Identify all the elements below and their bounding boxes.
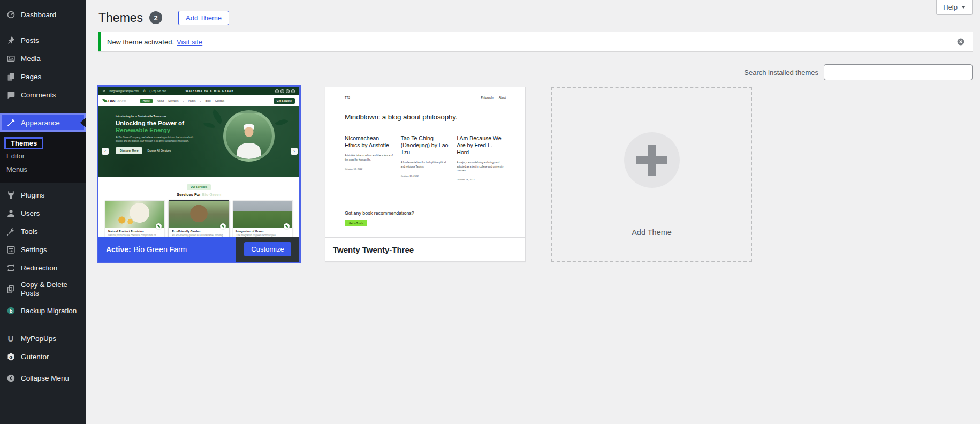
theme-preview-twenty-twenty-three[interactable]: TT3 Philosophy About Mindblown: a blog a…	[325, 87, 525, 237]
leaf-logo-icon	[102, 98, 108, 103]
search-themes-input[interactable]	[824, 64, 973, 80]
theme-card-bio-green-farm: ✉ biogreen@example.com ✆ (123) 226 366 W…	[98, 87, 299, 262]
chevron-down-icon	[961, 6, 966, 9]
sidebar-item-gutentor[interactable]: G Gutentor	[0, 347, 86, 366]
sidebar-item-label: Media	[21, 55, 41, 63]
sidebar-item-label: Comments	[21, 91, 56, 99]
dashboard-icon	[5, 9, 16, 20]
tt3-nav: Philosophy About	[481, 96, 506, 99]
collapse-arrow-icon	[5, 373, 16, 383]
add-theme-button[interactable]: Add Theme	[178, 11, 229, 25]
sidebar-item-users[interactable]: Users	[0, 204, 86, 222]
page-header: Themes 2 Add Theme	[98, 9, 973, 27]
service-image-green-field	[233, 201, 292, 228]
email-icon: ✉	[103, 89, 105, 93]
sidebar-item-backup-migration[interactable]: b Backup Migration	[0, 301, 86, 320]
mini-service-card: Integration of Green... The integration …	[233, 200, 293, 237]
tt3-post: I Am Because We Are by Fred L. Hord A ma…	[457, 135, 506, 181]
circle-close-icon	[956, 37, 965, 46]
wrench-icon	[5, 226, 16, 237]
main-content: Help Themes 2 Add Theme New theme activa…	[86, 0, 980, 424]
tt3-post: Tao Te Ching (Daodejing) by Lao Tzu A fu…	[401, 135, 450, 181]
sidebar-item-mypopups[interactable]: U MyPopUps	[0, 329, 86, 347]
sidebar-item-label: Copy & Delete Posts	[21, 281, 81, 298]
sliders-icon	[5, 244, 16, 255]
phone-icon: ✆	[143, 89, 146, 93]
dismiss-notice-button[interactable]	[955, 36, 966, 47]
mini-phone: (123) 226 366	[150, 89, 166, 93]
sidebar-item-redirection[interactable]: Redirection	[0, 259, 86, 277]
page-title: Themes	[98, 11, 143, 25]
sidebar-item-tools[interactable]: Tools	[0, 222, 86, 240]
plus-icon	[624, 132, 680, 188]
active-status-label: Active:	[106, 245, 131, 254]
visit-site-link[interactable]: Visit site	[177, 38, 202, 46]
media-icon	[5, 53, 16, 64]
mini-email: biogreen@example.com	[110, 89, 139, 93]
pushpin-icon	[5, 35, 16, 46]
help-dropdown[interactable]: Help	[936, 0, 973, 15]
tt3-heading: Mindblown: a blog about philosophy.	[345, 113, 506, 121]
sidebar-item-label: Posts	[21, 36, 39, 44]
tt3-logo: TT3	[345, 96, 350, 99]
sidebar-item-copy-delete-posts[interactable]: Copy & Delete Posts	[0, 277, 86, 301]
customize-button[interactable]: Customize	[244, 242, 291, 256]
search-label: Search installed themes	[744, 69, 818, 77]
collapse-menu-button[interactable]: Collapse Menu	[0, 369, 86, 387]
chevron-down-icon: ▾	[183, 100, 184, 102]
mini-hero-photo	[223, 110, 275, 162]
sidebar-item-label: Pages	[21, 73, 41, 81]
social-icons	[275, 89, 295, 93]
theme-search-row: Search installed themes	[98, 64, 973, 80]
svg-text:b: b	[9, 308, 12, 314]
sidebar-item-settings[interactable]: Settings	[0, 240, 86, 259]
sidebar-item-comments[interactable]: Comments	[0, 86, 86, 104]
sidebar-item-plugins[interactable]: Plugins	[0, 186, 86, 204]
theme-name: Twenty Twenty-Three	[333, 245, 414, 254]
sidebar-item-label: Plugins	[21, 191, 44, 199]
mini-service-card: Eco-Friendly Garden An eco-friendly gard…	[169, 200, 229, 237]
sidebar-item-label: Users	[21, 209, 40, 217]
tt3-posts: Nicomachean Ethics by Aristotle Aristotl…	[345, 135, 506, 181]
help-label: Help	[943, 3, 958, 11]
divider	[429, 208, 506, 208]
svg-text:G: G	[9, 355, 12, 360]
admin-sidebar: Dashboard Posts Media Pages Comments App…	[0, 0, 86, 424]
mini-menu: Home About Services▾ Pages▾ Blog Contact	[140, 99, 224, 103]
leaf-badge-icon	[220, 223, 226, 229]
user-icon	[5, 208, 16, 218]
sidebar-item-dashboard[interactable]: Dashboard	[0, 5, 86, 24]
mini-cta-button: Get a Quote	[274, 98, 295, 104]
backup-migration-icon: b	[5, 305, 16, 316]
add-theme-card[interactable]: Add Theme	[551, 87, 752, 262]
mini-service-card: Natural Product Provision Natural produc…	[105, 200, 165, 237]
sidebar-item-pages[interactable]: Pages	[0, 67, 86, 86]
appearance-submenu: Themes Editor Menus	[0, 132, 86, 183]
sidebar-item-label: Redirection	[21, 264, 57, 272]
sidebar-item-label: Dashboard	[21, 11, 56, 19]
mini-services-section: Our Services Services For Bio Green Natu…	[98, 177, 299, 237]
sidebar-item-media[interactable]: Media	[0, 49, 86, 67]
sidebar-item-menus[interactable]: Menus	[0, 163, 86, 176]
sidebar-item-label: Tools	[21, 228, 38, 236]
chevron-down-icon: ▾	[200, 100, 201, 102]
carousel-left-arrow-icon: ‹	[102, 148, 109, 155]
sidebar-item-appearance[interactable]: Appearance	[0, 113, 86, 132]
active-theme-name: Bio Green Farm	[134, 245, 187, 254]
sidebar-item-themes[interactable]: Themes	[4, 137, 43, 149]
sidebar-item-editor[interactable]: Editor	[0, 149, 86, 163]
activation-notice: New theme activated. Visit site	[98, 32, 973, 51]
comment-bubble-icon	[5, 89, 16, 100]
tt3-footer-area: Got any book recommendations? Get In Tou…	[345, 206, 506, 226]
mini-hero: Introducing for a Sustainable Tomorrow U…	[98, 106, 299, 177]
sidebar-item-posts[interactable]: Posts	[0, 31, 86, 49]
theme-preview-bio-green-farm[interactable]: ✉ biogreen@example.com ✆ (123) 226 366 W…	[98, 87, 299, 237]
add-theme-label: Add Theme	[552, 228, 751, 237]
mini-welcome-text: Welcome to a Bio Green	[186, 89, 234, 93]
sidebar-item-label: Settings	[21, 246, 47, 254]
theme-name-footer: Twenty Twenty-Three	[325, 237, 525, 261]
sidebar-item-label: Backup Migration	[21, 307, 77, 315]
sidebar-item-label: MyPopUps	[21, 335, 56, 343]
mini-topbar: ✉ biogreen@example.com ✆ (123) 226 366 W…	[98, 87, 299, 95]
redirect-arrows-icon	[5, 262, 16, 273]
